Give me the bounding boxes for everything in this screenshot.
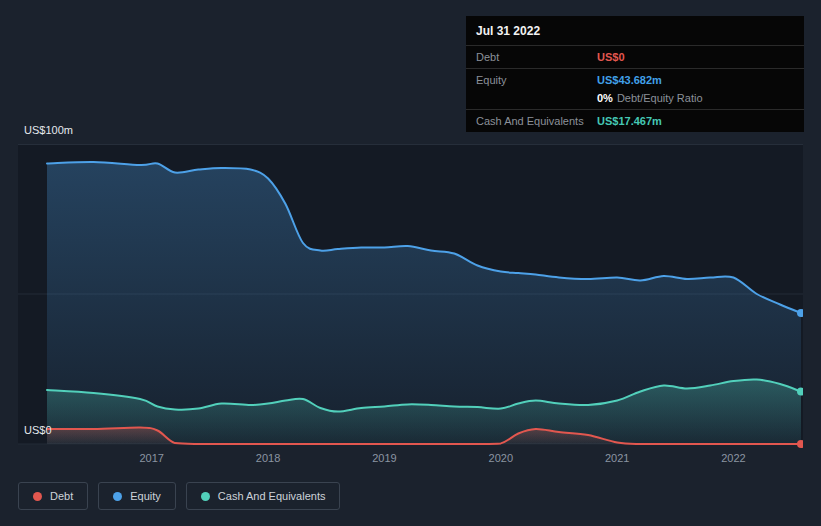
legend-item-debt[interactable]: Debt bbox=[18, 482, 88, 510]
tooltip-row-debt: Debt US$0 bbox=[466, 45, 804, 68]
y-axis-label-bottom: US$0 bbox=[24, 424, 52, 436]
tooltip-row-cash: Cash And Equivalents US$17.467m bbox=[466, 109, 804, 132]
debt-color-dot bbox=[33, 492, 42, 501]
svg-text:2017: 2017 bbox=[139, 452, 163, 464]
svg-text:2019: 2019 bbox=[372, 452, 396, 464]
tooltip-row-ratio: 0% Debt/Equity Ratio bbox=[466, 91, 804, 109]
debt-label: Debt bbox=[476, 51, 597, 63]
equity-color-dot bbox=[113, 492, 122, 501]
ratio-value: 0% bbox=[597, 92, 613, 104]
legend-label-debt: Debt bbox=[50, 490, 73, 502]
cash-color-dot bbox=[201, 492, 210, 501]
ratio-label: Debt/Equity Ratio bbox=[617, 92, 703, 104]
svg-text:2022: 2022 bbox=[721, 452, 745, 464]
debt-value: US$0 bbox=[597, 51, 625, 63]
equity-value: US$43.682m bbox=[597, 74, 662, 86]
svg-text:2018: 2018 bbox=[256, 452, 280, 464]
y-axis-label-top: US$100m bbox=[24, 124, 73, 136]
svg-text:2020: 2020 bbox=[489, 452, 513, 464]
cash-value: US$17.467m bbox=[597, 115, 662, 127]
legend-item-equity[interactable]: Equity bbox=[98, 482, 176, 510]
svg-text:2021: 2021 bbox=[605, 452, 629, 464]
equity-label: Equity bbox=[476, 74, 597, 86]
chart-tooltip: Jul 31 2022 Debt US$0 Equity US$43.682m … bbox=[466, 16, 804, 132]
legend-label-equity: Equity bbox=[130, 490, 161, 502]
tooltip-date: Jul 31 2022 bbox=[466, 16, 804, 45]
debt-equity-history-page: Jul 31 2022 Debt US$0 Equity US$43.682m … bbox=[0, 0, 821, 526]
tooltip-row-equity: Equity US$43.682m bbox=[466, 68, 804, 91]
legend-item-cash[interactable]: Cash And Equivalents bbox=[186, 482, 341, 510]
chart-legend: Debt Equity Cash And Equivalents bbox=[18, 482, 340, 510]
legend-label-cash: Cash And Equivalents bbox=[218, 490, 326, 502]
cash-label: Cash And Equivalents bbox=[476, 115, 597, 127]
debt-equity-history-chart[interactable]: 201720182019202020212022 bbox=[18, 144, 803, 474]
